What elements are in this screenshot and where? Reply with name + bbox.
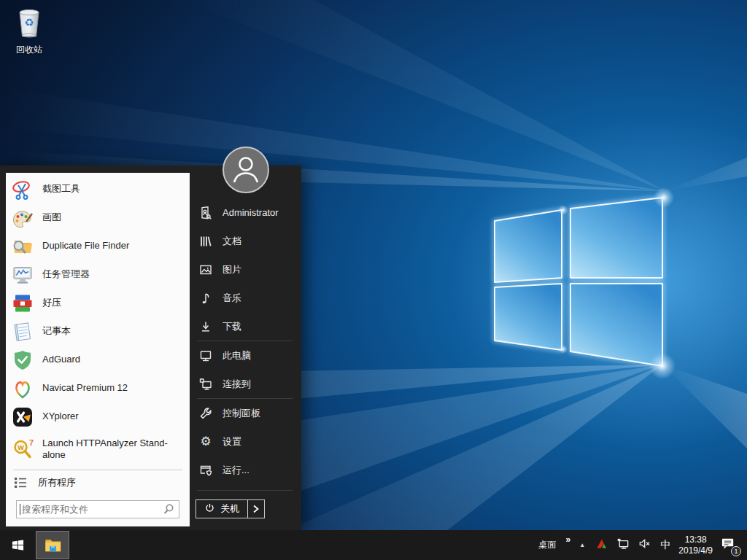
program-label: Navicat Premium 12 bbox=[42, 382, 128, 394]
all-programs-icon bbox=[13, 472, 28, 494]
system-tray: 桌面 » ▲ bbox=[530, 530, 747, 560]
search-icon[interactable] bbox=[163, 503, 174, 518]
recycle-bin-label: 回收站 bbox=[16, 44, 42, 56]
program-item-task-manager[interactable]: 任务管理器 bbox=[6, 260, 190, 289]
this-pc-label: 此电脑 bbox=[222, 349, 251, 362]
downloads-label: 下载 bbox=[222, 320, 241, 333]
notepad-icon bbox=[12, 321, 34, 343]
network-icon[interactable] bbox=[616, 537, 630, 553]
start-menu-programs-panel: 截图工具 画图 bbox=[6, 173, 190, 526]
divider bbox=[197, 490, 293, 491]
program-label: Duplicate File Finder bbox=[42, 240, 129, 252]
recycle-bin-icon: ♻ bbox=[14, 6, 44, 42]
taskbar: 桌面 » ▲ bbox=[0, 530, 747, 560]
all-programs-label: 所有程序 bbox=[38, 477, 76, 489]
settings-item[interactable]: ⚙ 设置 bbox=[190, 427, 301, 456]
user-profile-item[interactable]: Administrator bbox=[190, 198, 301, 227]
program-label: 记事本 bbox=[42, 325, 71, 337]
tray-app-icon[interactable] bbox=[595, 537, 608, 553]
recycle-bin[interactable]: ♻ 回收站 bbox=[7, 6, 51, 56]
program-label: XYplorer bbox=[42, 411, 79, 422]
notification-count-badge: 1 bbox=[731, 546, 741, 556]
svg-text:♻: ♻ bbox=[24, 16, 34, 28]
shutdown-button[interactable]: 关机 bbox=[196, 500, 247, 518]
program-item-paint[interactable]: 画图 bbox=[6, 203, 190, 232]
pictures-item[interactable]: 图片 bbox=[190, 255, 301, 284]
connect-to-label: 连接到 bbox=[222, 378, 251, 391]
user-avatar[interactable] bbox=[222, 147, 269, 193]
shutdown-options-arrow[interactable] bbox=[247, 500, 264, 518]
desktop: ♻ 回收站 截图工具 bbox=[0, 0, 747, 560]
user-card-icon bbox=[198, 206, 213, 220]
power-icon bbox=[204, 502, 215, 516]
program-label: AdGuard bbox=[42, 354, 80, 365]
shutdown-label: 关机 bbox=[220, 502, 239, 516]
task-manager-icon bbox=[12, 264, 34, 286]
clock-time: 13:38 bbox=[678, 534, 713, 545]
documents-label: 文档 bbox=[222, 235, 241, 248]
desktop-toolbar-label: 桌面 bbox=[538, 539, 556, 551]
program-item-httpanalyzer[interactable]: W 7 Launch HTTPAnalyzer Stand-alone bbox=[6, 431, 190, 467]
program-item-haozip[interactable]: 好压 bbox=[6, 289, 190, 317]
music-icon bbox=[198, 291, 213, 306]
connect-to-item[interactable]: 连接到 bbox=[190, 370, 301, 398]
program-item-navicat[interactable]: Navicat Premium 12 bbox=[6, 374, 190, 402]
control-panel-label: 控制面板 bbox=[222, 407, 260, 420]
settings-label: 设置 bbox=[222, 435, 241, 448]
connect-to-icon bbox=[198, 377, 213, 392]
places-list: Administrator 文档 bbox=[190, 198, 301, 491]
show-hidden-icons-button[interactable]: ▲ bbox=[577, 542, 587, 548]
svg-text:7: 7 bbox=[29, 438, 34, 447]
program-label: 好压 bbox=[42, 297, 61, 308]
haozip-icon bbox=[12, 292, 34, 314]
run-icon bbox=[198, 463, 213, 478]
snipping-tool-icon bbox=[12, 179, 34, 201]
program-label: 截图工具 bbox=[42, 183, 80, 195]
user-name-label: Administrator bbox=[222, 207, 279, 218]
pictures-icon bbox=[198, 262, 213, 277]
chevron-double-icon: » bbox=[566, 534, 570, 545]
this-pc-item[interactable]: 此电脑 bbox=[190, 341, 301, 370]
ime-indicator[interactable]: 中 bbox=[660, 539, 670, 552]
documents-icon bbox=[198, 234, 213, 249]
start-menu-places-panel: Administrator 文档 bbox=[190, 166, 301, 530]
clock-date: 2019/4/9 bbox=[678, 545, 713, 556]
program-label: 画图 bbox=[42, 211, 61, 223]
volume-muted-icon[interactable] bbox=[638, 537, 652, 553]
paint-icon bbox=[12, 207, 34, 229]
desktop-toolbar-button[interactable]: 桌面 » bbox=[538, 530, 569, 560]
program-label: 任务管理器 bbox=[42, 268, 90, 280]
music-item[interactable]: 音乐 bbox=[190, 284, 301, 312]
start-search-input[interactable] bbox=[16, 500, 179, 518]
music-label: 音乐 bbox=[222, 292, 241, 305]
navicat-icon bbox=[12, 378, 34, 400]
downloads-item[interactable]: 下载 bbox=[190, 312, 301, 341]
text-caret bbox=[20, 504, 20, 515]
taskbar-clock[interactable]: 13:38 2019/4/9 bbox=[678, 534, 713, 556]
program-item-snipping-tool[interactable]: 截图工具 bbox=[6, 175, 190, 203]
httpanalyzer-icon: W 7 bbox=[12, 438, 34, 460]
xyplorer-icon bbox=[12, 406, 34, 428]
program-item-adguard[interactable]: AdGuard bbox=[6, 346, 190, 374]
file-explorer-icon bbox=[43, 535, 63, 555]
program-item-xyplorer[interactable]: XYplorer bbox=[6, 402, 190, 431]
shutdown-controls: 关机 bbox=[196, 499, 265, 518]
control-panel-item[interactable]: 控制面板 bbox=[190, 399, 301, 427]
windows-logo-icon bbox=[11, 538, 25, 552]
program-item-notepad[interactable]: 记事本 bbox=[6, 317, 190, 346]
run-item[interactable]: 运行... bbox=[190, 456, 301, 484]
notification-center-button[interactable]: 1 bbox=[721, 536, 738, 555]
adguard-icon bbox=[12, 349, 34, 371]
file-explorer-taskbar-button[interactable] bbox=[36, 531, 69, 559]
program-item-duplicate-file-finder[interactable]: Duplicate File Finder bbox=[6, 232, 190, 260]
start-search bbox=[16, 500, 179, 518]
this-pc-icon bbox=[198, 349, 213, 363]
user-silhouette-icon bbox=[224, 148, 268, 192]
chevron-right-icon bbox=[252, 505, 260, 513]
start-button[interactable] bbox=[0, 530, 35, 560]
all-programs-button[interactable]: 所有程序 bbox=[6, 470, 190, 495]
pictures-label: 图片 bbox=[222, 263, 241, 276]
documents-item[interactable]: 文档 bbox=[190, 227, 301, 255]
wrench-icon bbox=[198, 406, 213, 421]
gear-icon: ⚙ bbox=[198, 435, 213, 449]
